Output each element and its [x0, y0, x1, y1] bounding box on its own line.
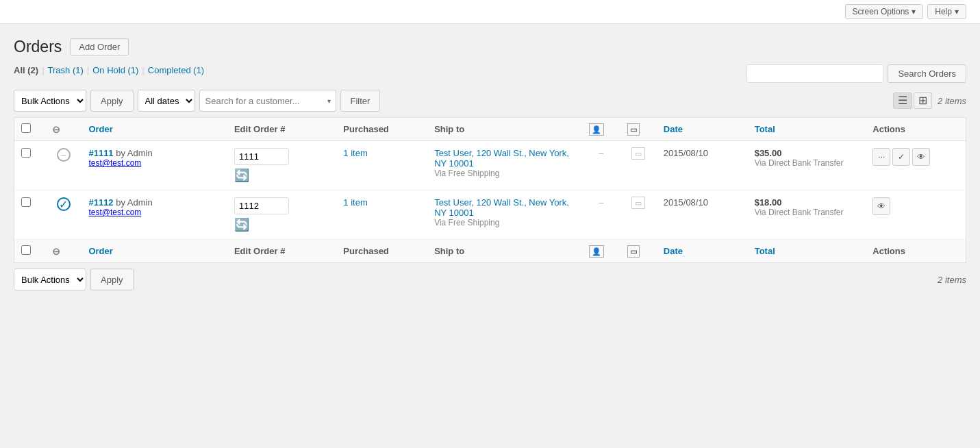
purchased-link[interactable]: 1 item: [343, 148, 367, 158]
edit-order-number-input[interactable]: [234, 148, 289, 165]
footer-note-icon-cell: ▭: [620, 240, 657, 263]
table-row: – #1111 by Admin test@test.com 🔄 1 item: [14, 141, 966, 190]
complete-order-button[interactable]: ✓: [892, 148, 910, 166]
footer-purchased: Purchased: [336, 240, 427, 263]
view-icons: ☰ ⊞: [893, 92, 932, 109]
bulk-actions-select-bottom[interactable]: Bulk Actions: [14, 269, 86, 290]
view-order-button[interactable]: 👁: [912, 148, 930, 166]
header-note-icon-cell: ▭: [620, 118, 657, 141]
add-order-button[interactable]: Add Order: [70, 38, 129, 55]
search-orders-input[interactable]: [746, 64, 883, 83]
row-total-cell: $35.00 Via Direct Bank Transfer: [748, 141, 866, 190]
row-total-cell: $18.00 Via Direct Bank Transfer: [748, 190, 866, 240]
table-footer-row: ⊖ Order Edit Order # Purchased Ship to 👤: [14, 240, 966, 263]
bottom-toolbar: Bulk Actions Apply 2 items: [14, 269, 966, 290]
edit-order-number-input[interactable]: [234, 197, 289, 214]
purchased-link[interactable]: 1 item: [343, 197, 367, 208]
header-ship-to: Ship to: [427, 118, 582, 141]
refresh-icon[interactable]: 🔄: [234, 217, 329, 232]
date-filter-select[interactable]: All dates: [138, 90, 195, 112]
header-total: Total: [748, 118, 866, 141]
screen-options-button[interactable]: Screen Options ▾: [845, 4, 924, 19]
footer-actions: Actions: [866, 240, 966, 263]
select-all-checkbox-footer[interactable]: [21, 245, 31, 255]
order-column-footer[interactable]: Order: [88, 246, 112, 256]
row-checkbox-cell: [14, 141, 46, 190]
total-column-header[interactable]: Total: [755, 124, 775, 134]
payment-method: Via Direct Bank Transfer: [755, 158, 859, 168]
select-all-checkbox[interactable]: [21, 123, 31, 133]
header-edit-order: Edit Order #: [227, 118, 336, 141]
bulk-actions-select-top[interactable]: Bulk Actions: [14, 90, 86, 112]
page-header: Orders Add Order: [14, 38, 966, 56]
completed-filter-link[interactable]: Completed (1): [148, 65, 204, 75]
page-title: Orders: [14, 38, 62, 56]
grid-view-button[interactable]: ⊞: [914, 92, 932, 109]
search-orders-button[interactable]: Search Orders: [888, 64, 966, 83]
note-header-icon: ▭: [627, 123, 640, 136]
order-email-link[interactable]: test@test.com: [88, 208, 141, 217]
ship-to-link[interactable]: Test User, 120 Wall St., New York, NY 10…: [434, 197, 569, 218]
row-edit-cell: 🔄: [227, 190, 336, 240]
status-footer-icon: ⊖: [52, 246, 60, 257]
order-by: by Admin: [116, 197, 152, 208]
order-date: 2015/08/10: [664, 148, 708, 158]
customer-search-input[interactable]: [199, 90, 336, 112]
header-status-cell: ⊖: [45, 118, 81, 141]
header-order: Order: [81, 118, 227, 141]
footer-checkbox-cell: [14, 240, 46, 263]
chevron-down-icon: ▾: [955, 7, 959, 16]
row-purchased-cell: 1 item: [336, 141, 427, 190]
date-column-header[interactable]: Date: [664, 124, 683, 134]
date-column-footer[interactable]: Date: [664, 246, 683, 256]
row-purchased-cell: 1 item: [336, 190, 427, 240]
row-checkbox[interactable]: [21, 197, 31, 207]
total-column-footer[interactable]: Total: [755, 246, 775, 256]
more-actions-button[interactable]: ···: [872, 148, 890, 166]
orders-table-body: – #1111 by Admin test@test.com 🔄 1 item: [14, 141, 966, 240]
items-count-top: 2 items: [938, 96, 966, 106]
view-order-button[interactable]: 👁: [872, 197, 890, 215]
order-date: 2015/08/10: [664, 197, 708, 208]
action-buttons: 👁: [872, 197, 959, 215]
all-filter-link[interactable]: All (2): [14, 65, 38, 75]
note-icon: ▭: [631, 197, 645, 209]
row-actions-cell: 👁: [866, 190, 966, 240]
row-checkbox-cell: [14, 190, 46, 240]
user-header-icon: 👤: [589, 123, 604, 136]
header-actions: Actions: [866, 118, 966, 141]
chevron-down-icon: ▾: [912, 7, 916, 16]
header-purchased: Purchased: [336, 118, 427, 141]
row-checkbox[interactable]: [21, 148, 31, 158]
header-user-icon-cell: 👤: [582, 118, 620, 141]
order-number-link[interactable]: #1112: [88, 197, 113, 208]
list-view-button[interactable]: ☰: [893, 92, 912, 109]
ship-to-link[interactable]: Test User, 120 Wall St., New York, NY 10…: [434, 148, 569, 169]
trash-filter-link[interactable]: Trash (1): [48, 65, 84, 75]
note-footer-icon: ▭: [627, 245, 640, 258]
row-status-cell: ✓: [45, 190, 81, 240]
row-date-cell: 2015/08/10: [657, 190, 748, 240]
order-by: by Admin: [116, 148, 152, 158]
top-toolbar: Bulk Actions Apply All dates ▾ Filter ☰ …: [14, 90, 966, 112]
order-column-header[interactable]: Order: [88, 124, 112, 134]
total-amount: $18.00: [755, 197, 859, 208]
action-buttons: ···✓👁: [872, 148, 959, 166]
footer-status-cell: ⊖: [45, 240, 81, 263]
footer-edit-order: Edit Order #: [227, 240, 336, 263]
help-button[interactable]: Help ▾: [927, 4, 966, 19]
screen-options-label: Screen Options: [853, 7, 909, 16]
help-label: Help: [935, 7, 952, 16]
refresh-icon[interactable]: 🔄: [234, 168, 329, 183]
order-email-link[interactable]: test@test.com: [88, 158, 141, 168]
top-bar: Screen Options ▾ Help ▾: [0, 0, 980, 24]
row-ship-to-cell: Test User, 120 Wall St., New York, NY 10…: [427, 141, 582, 190]
filter-button[interactable]: Filter: [340, 90, 381, 112]
apply-button-top[interactable]: Apply: [90, 90, 134, 112]
row-ship-to-cell: Test User, 120 Wall St., New York, NY 10…: [427, 190, 582, 240]
on-hold-filter-link[interactable]: On Hold (1): [92, 65, 138, 75]
apply-button-bottom[interactable]: Apply: [90, 269, 134, 290]
dash-separator: –: [599, 148, 603, 158]
status-header-icon: ⊖: [52, 124, 60, 135]
order-number-link[interactable]: #1111: [88, 148, 113, 158]
